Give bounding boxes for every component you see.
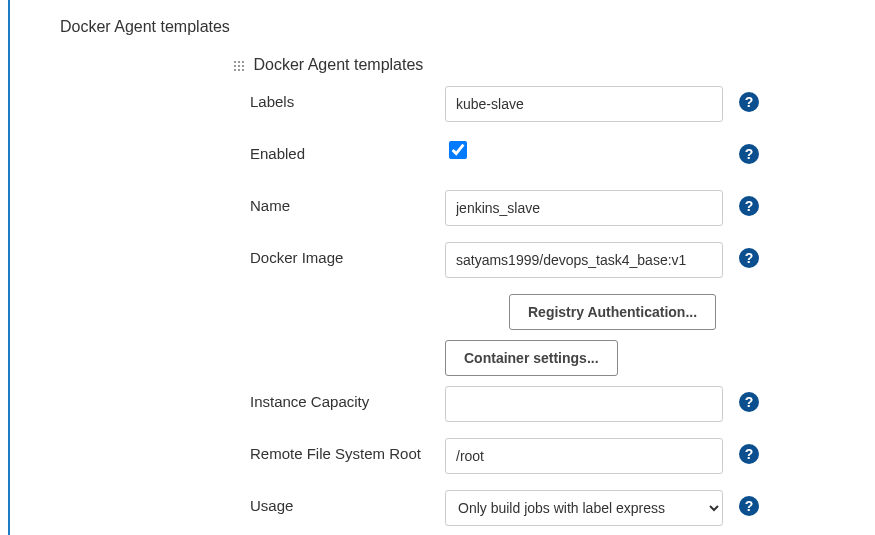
instance-capacity-label: Instance Capacity	[250, 386, 445, 410]
help-icon[interactable]: ?	[739, 196, 759, 216]
help-icon[interactable]: ?	[739, 444, 759, 464]
enabled-label: Enabled	[250, 138, 445, 162]
labels-label: Labels	[250, 86, 445, 110]
instance-capacity-input[interactable]	[445, 386, 723, 422]
help-icon[interactable]: ?	[739, 144, 759, 164]
name-input[interactable]	[445, 190, 723, 226]
subsection-title-row: Docker Agent templates	[232, 56, 875, 74]
usage-select[interactable]: Only build jobs with label express	[445, 490, 723, 526]
section-title: Docker Agent templates	[60, 18, 875, 36]
help-icon[interactable]: ?	[739, 496, 759, 516]
usage-label: Usage	[250, 490, 445, 514]
remote-root-label: Remote File System Root	[250, 438, 445, 462]
docker-image-label: Docker Image	[250, 242, 445, 266]
subsection-title: Docker Agent templates	[253, 56, 423, 73]
docker-image-input[interactable]	[445, 242, 723, 278]
enabled-checkbox[interactable]	[449, 141, 467, 159]
remote-root-input[interactable]	[445, 438, 723, 474]
registry-auth-button[interactable]: Registry Authentication...	[509, 294, 716, 330]
help-icon[interactable]: ?	[739, 248, 759, 268]
labels-input[interactable]	[445, 86, 723, 122]
help-icon[interactable]: ?	[739, 92, 759, 112]
drag-handle-icon[interactable]	[232, 59, 246, 73]
name-label: Name	[250, 190, 445, 214]
help-icon[interactable]: ?	[739, 392, 759, 412]
container-settings-button[interactable]: Container settings...	[445, 340, 618, 376]
